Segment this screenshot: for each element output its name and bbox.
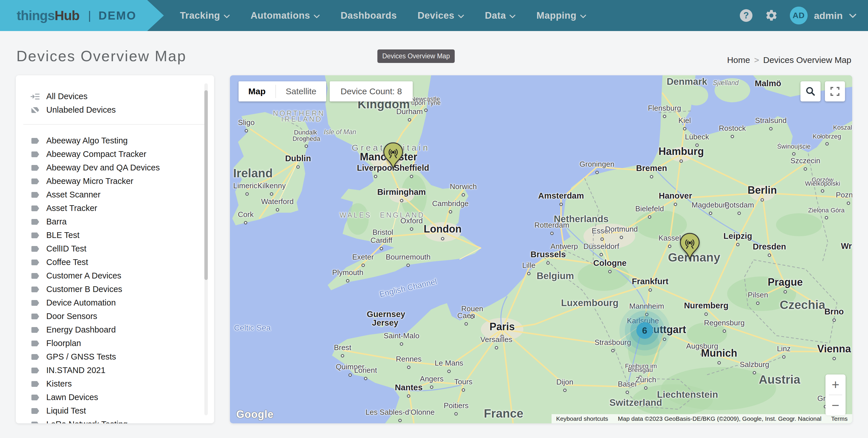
sidebar-item-door-sensors[interactable]: Door Sensors (16, 310, 214, 323)
fullscreen-button[interactable] (825, 81, 845, 101)
label-icon (30, 284, 40, 294)
breadcrumb-current: Devices Overview Map (763, 55, 851, 65)
sidebar-item-customer-a-devices[interactable]: Customer A Devices (16, 269, 214, 283)
map-label-dijon: Dijon (556, 378, 573, 392)
map-label-switzerland: Switzerland (609, 397, 662, 408)
sidebar-item-all-devices[interactable]: All Devices (16, 90, 214, 103)
sidebar-item-lawn-devices[interactable]: Lawn Devices (16, 390, 214, 404)
sidebar-item-kisters[interactable]: Kisters (16, 377, 214, 390)
zoom-out-button[interactable]: − (826, 395, 845, 415)
map-label-text: Szczecin (790, 156, 820, 165)
device-pin-germany[interactable] (679, 232, 701, 261)
map-label-kassel: Kassel (658, 234, 681, 248)
map-label-text: Leipzig (723, 231, 752, 241)
city-dot (346, 279, 349, 283)
sidebar-item-label: Barra (46, 217, 67, 226)
map-label-l-beck: Lübeck (685, 132, 709, 147)
sidebar-item-floorplan[interactable]: Floorplan (16, 337, 214, 350)
sidebar-item-energy-dashboard[interactable]: Energy Dashboard (16, 323, 214, 337)
nav-item-automations[interactable]: Automations (243, 0, 328, 31)
nav-item-devices[interactable]: Devices (410, 0, 472, 31)
breadcrumb-home[interactable]: Home (727, 55, 750, 65)
city-dot (430, 385, 433, 389)
map-label-text: Bielefeld (635, 204, 664, 213)
sidebar-item-unlabeled-devices[interactable]: Unlabeled Devices (16, 103, 214, 117)
map-label-text: Bremen (636, 163, 667, 173)
nav-item-dashboards[interactable]: Dashboards (333, 0, 404, 31)
settings-button[interactable] (765, 9, 778, 23)
zoom-in-button[interactable]: + (826, 374, 845, 395)
city-dot (400, 199, 403, 202)
map-label-text: Dublin (285, 154, 311, 163)
top-nav-bar: thingsHub | DEMO TrackingAutomationsDash… (0, 0, 868, 31)
map-search-button[interactable] (801, 81, 820, 101)
city-dot (527, 272, 531, 275)
sidebar-item-ble-test[interactable]: BLE Test (16, 228, 214, 242)
sidebar-item-device-automation[interactable]: Device Automation (16, 296, 214, 310)
sidebar-item-asset-scanner[interactable]: Asset Scanner (16, 188, 214, 201)
nav-item-tracking[interactable]: Tracking (173, 0, 238, 31)
help-button[interactable]: ? (739, 9, 753, 23)
label-icon (30, 339, 40, 348)
map-label-text: Dresden (753, 242, 786, 251)
sidebar-item-customer-b-devices[interactable]: Customer B Devices (16, 283, 214, 296)
nav-item-label: Tracking (180, 10, 220, 21)
map-type-map-button[interactable]: Map (239, 81, 275, 101)
map-type-satellite-button[interactable]: Satellite (276, 81, 326, 101)
map-canvas[interactable]: DenmarkSjællandMalmöUnitedKingdomNewcast… (230, 75, 852, 423)
map-label-dublin: Dublin (285, 154, 311, 169)
device-count-button[interactable]: Device Count: 8 (330, 81, 413, 101)
map-label-norwich: Norwich (450, 182, 477, 196)
user-menu[interactable]: AD admin (790, 7, 857, 25)
device-groups-special-list: All DevicesUnlabeled Devices (16, 75, 214, 117)
map-label-versailles: Versailles (480, 335, 512, 349)
city-dot (832, 357, 836, 361)
city-dot (398, 419, 402, 422)
sidebar-item-abeeway-micro-tracker[interactable]: Abeeway Micro Tracker (16, 175, 214, 188)
sidebar-item-in-stand-2021[interactable]: IN.STAND 2021 (16, 364, 214, 377)
sidebar-item-abeeway-dev-and-qa-devices[interactable]: Abeeway Dev and QA Devices (16, 161, 214, 175)
map-label-text: Waterford (261, 197, 293, 206)
map-label-text: Tours (454, 377, 472, 386)
sidebar-item-abeeway-compact-tracker[interactable]: Abeeway Compact Tracker (16, 148, 214, 161)
map-label-prague: Prague (768, 276, 803, 294)
sidebar-item-gps-gnss-tests[interactable]: GPS / GNSS Tests (16, 350, 214, 364)
map-label-text: Poitiers (444, 401, 469, 410)
sidebar-item-asset-tracker[interactable]: Asset Tracker (16, 201, 214, 215)
map-label-text: Dijon (556, 378, 573, 386)
sidebar-item-lora-network-testing[interactable]: LoRa Network Testing (16, 417, 214, 423)
sidebar-item-abeeway-algo-testing[interactable]: Abeeway Algo Testing (16, 134, 214, 148)
sidebar-item-barra[interactable]: Barra (16, 215, 214, 228)
sidebar-item-cellid-test[interactable]: CellID Test (16, 242, 214, 255)
map-label-text: Lille (522, 261, 535, 270)
device-cluster-karlsruhe[interactable]: 6 (636, 322, 653, 339)
label-icon (30, 419, 40, 424)
sidebar-item-liquid-test[interactable]: Liquid Test (16, 404, 214, 417)
map-label-text: Jersey (372, 318, 398, 327)
nav-item-data[interactable]: Data (477, 0, 523, 31)
device-pin-manchester[interactable] (382, 142, 404, 170)
map-label-text: Rennes (396, 355, 422, 364)
terms-link[interactable]: Terms (831, 415, 847, 422)
label-icon (30, 257, 40, 267)
map-label-text: Les Sables-d'Olonne (366, 408, 435, 417)
google-logo[interactable]: Google (236, 408, 274, 420)
keyboard-shortcuts-link[interactable]: Keyboard shortcuts (556, 415, 608, 422)
map-label-ko-obrzeg: Kołobrzeg (812, 133, 841, 146)
nav-item-mapping[interactable]: Mapping (529, 0, 593, 31)
brand-logo[interactable]: thingsHub | DEMO (0, 0, 164, 31)
label-icon (30, 204, 40, 213)
map-label-nantes: Nantes (395, 383, 423, 398)
map-label-text: Prague (768, 276, 803, 288)
city-dot (244, 221, 247, 224)
label-icon (30, 190, 40, 200)
label-icon (30, 352, 40, 362)
sidebar-scrollbar-thumb[interactable] (204, 90, 208, 280)
city-dot (563, 388, 566, 392)
label-icon (30, 230, 40, 240)
map-label-leipzig: Leipzig (723, 231, 752, 246)
chevron-down-icon (849, 13, 857, 18)
city-dot (464, 322, 468, 325)
map-label-pilsen: Pilsen (748, 290, 768, 305)
sidebar-item-coffee-test[interactable]: Coffee Test (16, 255, 214, 269)
